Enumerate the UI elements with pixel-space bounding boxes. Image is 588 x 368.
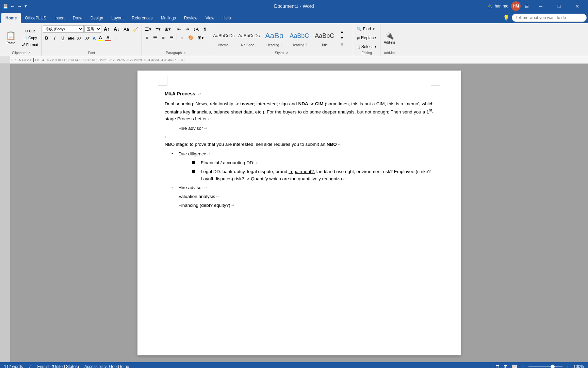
page-margin-top-right xyxy=(431,76,440,86)
sort-button[interactable]: ↕A xyxy=(192,25,200,33)
pilcrow-7: ↵ xyxy=(256,161,259,165)
bullet-text-4[interactable]: Valuation analysis ↵ xyxy=(179,193,219,200)
zoom-slider[interactable] xyxy=(528,366,562,367)
superscript-button[interactable]: X2 xyxy=(84,34,91,42)
select-dropdown[interactable]: ▼ xyxy=(374,45,377,48)
sub-bullet-text-1[interactable]: Financial / accounting DD: ↵ xyxy=(201,159,434,166)
document-scroll[interactable]: M&A Process: ↵ Deal sourcing: News, rela… xyxy=(10,64,588,362)
italic-button[interactable]: I xyxy=(51,34,59,42)
bold-button[interactable]: B xyxy=(43,34,50,42)
font-size-select[interactable]: 五号 xyxy=(84,25,101,33)
user-avatar[interactable]: HM xyxy=(511,1,521,11)
repeat-icon[interactable]: ↪ xyxy=(17,4,21,9)
style-heading2[interactable]: AaBbC Heading 2 xyxy=(287,28,312,48)
read-mode-icon[interactable]: 📖 xyxy=(512,364,518,368)
format-painter-button[interactable]: 🖌 Format xyxy=(20,42,40,48)
strikethrough-button[interactable]: abc xyxy=(67,34,75,42)
tab-design[interactable]: Design xyxy=(86,13,107,23)
clipboard-expand[interactable]: ↗ xyxy=(28,51,31,55)
multilevel-list-button[interactable]: ⊞▾ xyxy=(163,25,173,33)
styles-scroll-up[interactable]: ▲ xyxy=(338,28,346,35)
print-layout-icon[interactable]: ⊟ xyxy=(495,364,500,368)
tab-review[interactable]: Review xyxy=(180,13,201,23)
copy-button[interactable]: 📄 Copy xyxy=(20,35,40,41)
bullet-text-3[interactable]: Hire advisor ↵ xyxy=(179,184,207,191)
bullet-list-button[interactable]: ☰▾ xyxy=(143,25,153,33)
select-button[interactable]: ⬚ Select ▼ xyxy=(355,43,379,50)
style-no-spacing[interactable]: AaBbCcDc No Spac... xyxy=(237,28,261,48)
paste-button[interactable]: 📋 Paste xyxy=(3,28,19,47)
editing-label: Editing xyxy=(355,50,379,56)
minimize-button[interactable]: – xyxy=(533,0,549,12)
tab-draw[interactable]: Draw xyxy=(69,13,86,23)
subscript-button[interactable]: X2 xyxy=(76,34,83,42)
styles-scroll-down[interactable]: ▼ xyxy=(338,35,346,41)
zoom-thumb[interactable] xyxy=(551,365,555,368)
nbo-paragraph[interactable]: NBO stage: to prove that you are interes… xyxy=(165,141,434,148)
ruler-margin-left xyxy=(0,56,10,63)
styles-expand-btn[interactable]: ↗ xyxy=(285,51,288,55)
tab-help[interactable]: Help xyxy=(218,13,235,23)
align-left-button[interactable]: ≡ xyxy=(143,34,151,41)
shrink-font-button[interactable]: A↓ xyxy=(112,25,121,33)
autosave-icon[interactable]: 💾 xyxy=(3,4,8,9)
style-heading1-name: Heading 1 xyxy=(266,43,282,47)
bullet-text-5[interactable]: Financing (debt? equity?) ↵ xyxy=(179,202,234,209)
cut-button[interactable]: ✂ Cut xyxy=(20,28,40,34)
zoom-minus[interactable]: − xyxy=(522,364,524,368)
font-more-button[interactable]: ⋮ xyxy=(112,34,119,42)
find-dropdown[interactable]: ▼ xyxy=(372,28,375,31)
bullet-text-1[interactable]: Hire advisor ↵ xyxy=(179,125,207,132)
maximize-button[interactable]: □ xyxy=(551,0,567,12)
tab-references[interactable]: References xyxy=(128,13,157,23)
decrease-indent-button[interactable]: ⇤ xyxy=(176,25,183,33)
tab-home[interactable]: Home xyxy=(1,13,21,23)
ribbon-collapse-icon[interactable]: ⊟ xyxy=(523,3,530,9)
document-paragraph-1[interactable]: Deal sourcing: News, relationship -> tea… xyxy=(165,101,434,122)
align-center-button[interactable]: ☰ xyxy=(151,34,159,41)
align-right-button[interactable]: ≡ xyxy=(160,34,167,41)
ruler-marks: 8 7 6 5 4 3 2 1 1 2 3 4 5 6 7 8 9 10 11 … xyxy=(10,58,588,62)
close-button[interactable]: ✕ xyxy=(570,0,585,12)
title-bar: 💾 ↩ ↪ ▼ Document1 - Word ⚠ han mo HM ⊟ –… xyxy=(0,0,588,12)
sub-bullet-text-2[interactable]: Legal DD: bankruptcy, legal dispute, bra… xyxy=(201,168,434,182)
left-sidebar xyxy=(0,64,10,362)
tab-layout[interactable]: Layout xyxy=(107,13,128,23)
replace-button[interactable]: ⇄ Replace xyxy=(355,34,378,42)
grow-font-button[interactable]: A↑ xyxy=(102,25,111,33)
zoom-plus[interactable]: + xyxy=(567,364,569,368)
style-heading1[interactable]: AaBb Heading 1 xyxy=(262,28,287,48)
increase-indent-button[interactable]: ⇥ xyxy=(184,25,191,33)
clear-format-button[interactable]: 🧹 xyxy=(131,25,140,33)
style-normal[interactable]: AaBbCcDc Normal xyxy=(212,28,236,48)
customize-icon[interactable]: ▼ xyxy=(24,4,28,8)
find-button[interactable]: 🔍 Find ▼ xyxy=(355,25,377,33)
change-case-button[interactable]: Aa xyxy=(122,25,131,33)
justify-button[interactable]: ☰ xyxy=(168,34,175,41)
pilcrow-button[interactable]: ¶ xyxy=(201,25,209,33)
tab-insert[interactable]: Insert xyxy=(50,13,69,23)
search-input[interactable] xyxy=(512,14,587,22)
highlight-button[interactable]: A xyxy=(97,34,104,42)
tab-mailings[interactable]: Mailings xyxy=(157,13,180,23)
addins-button[interactable]: 🔌 Add-ins xyxy=(382,28,397,47)
line-spacing-button[interactable]: ↕ xyxy=(178,34,186,41)
undo-icon[interactable]: ↩ xyxy=(11,4,15,9)
clipboard-secondary: ✂ Cut 📄 Copy 🖌 Format xyxy=(20,28,40,48)
addins-icon: 🔌 xyxy=(386,32,394,40)
font-color-button[interactable]: A xyxy=(104,34,111,42)
underline-button[interactable]: U xyxy=(59,34,67,42)
bullet-text-2[interactable]: Due diligence ↵ xyxy=(179,151,211,157)
numbered-list-button[interactable]: ≡▾ xyxy=(154,25,162,33)
style-title[interactable]: AaBbC Title xyxy=(312,28,337,48)
paragraph-expand[interactable]: ↗ xyxy=(183,51,186,55)
tab-view[interactable]: View xyxy=(201,13,218,23)
styles-expand[interactable]: ⊞ xyxy=(338,41,346,47)
font-name-select[interactable]: 等线 (Body) xyxy=(43,25,84,33)
tab-officeplus[interactable]: OfficePLUS xyxy=(21,13,50,23)
style-normal-name: Normal xyxy=(218,43,229,47)
shading-button[interactable]: 🎨 xyxy=(186,34,195,41)
borders-button[interactable]: ⊞▾ xyxy=(196,34,206,41)
web-layout-icon[interactable]: ⊞ xyxy=(504,364,508,368)
text-effects-button[interactable]: A xyxy=(92,35,96,42)
